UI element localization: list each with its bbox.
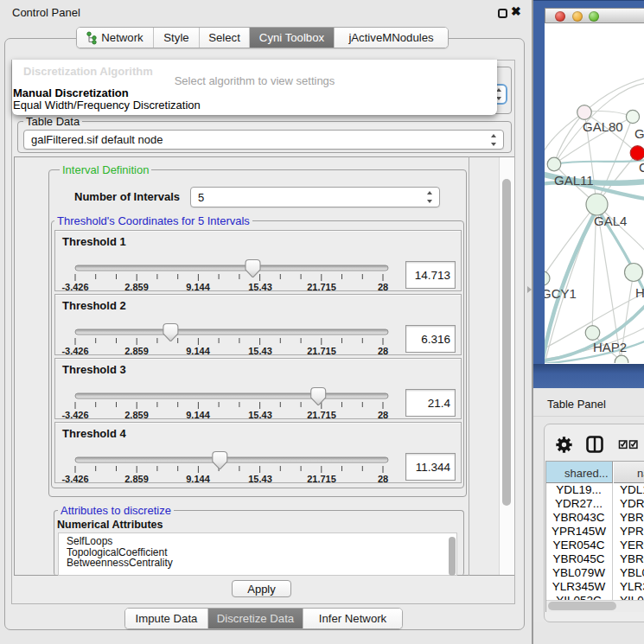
svg-text:HI: HI — [635, 285, 644, 300]
svg-text:HAP2: HAP2 — [593, 340, 627, 354]
svg-text:GAL11: GAL11 — [554, 173, 594, 188]
svg-text:GAL80: GAL80 — [583, 119, 623, 134]
svg-text:GAL4: GAL4 — [594, 214, 627, 228]
svg-text:GA: GA — [634, 126, 644, 141]
svg-text:GCY1: GCY1 — [545, 286, 577, 301]
svg-text:C: C — [639, 160, 644, 175]
